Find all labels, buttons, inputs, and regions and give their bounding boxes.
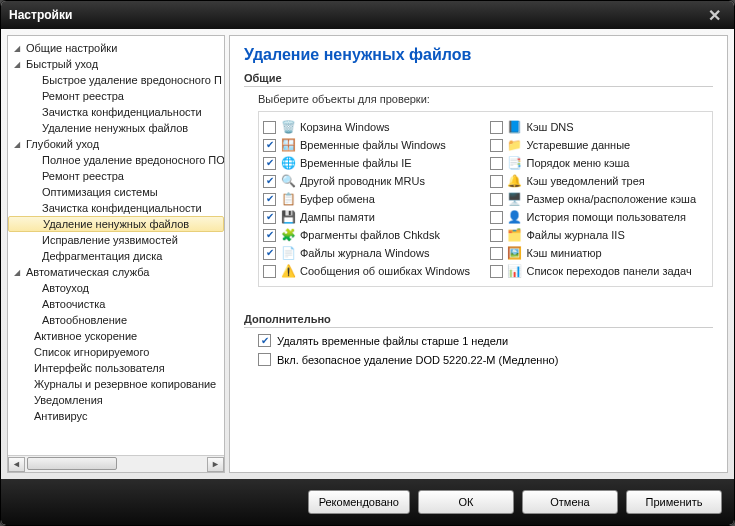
checkbox-secure-delete[interactable]	[258, 353, 271, 366]
tree-item[interactable]: Автоочистка	[8, 296, 224, 312]
checkbox[interactable]	[490, 139, 503, 152]
scroll-track[interactable]	[25, 457, 207, 472]
select-objects-hint: Выберите объекты для проверки:	[258, 93, 713, 105]
option-delete-old-temp[interactable]: Удалять временные файлы старше 1 недели	[258, 334, 713, 347]
close-button[interactable]: ✕	[702, 5, 726, 25]
footer: Рекомендовано ОК Отмена Применить	[1, 479, 734, 525]
section-general-header: Общие	[244, 72, 713, 87]
tree-item[interactable]: Активное ускорение	[8, 328, 224, 344]
checkbox[interactable]	[263, 121, 276, 134]
right-option[interactable]: 🗂️Файлы журнала IIS	[490, 226, 709, 244]
checkbox[interactable]	[490, 247, 503, 260]
tree-item-label: Оптимизация системы	[42, 186, 158, 198]
checkbox[interactable]	[263, 175, 276, 188]
tree-item[interactable]: Удаление ненужных файлов	[8, 120, 224, 136]
tree-item[interactable]: Список игнорируемого	[8, 344, 224, 360]
tree-item[interactable]: Автоуход	[8, 280, 224, 296]
right-option[interactable]: 📑Порядок меню кэша	[490, 154, 709, 172]
checkbox[interactable]	[263, 211, 276, 224]
tree-item[interactable]: Уведомления	[8, 392, 224, 408]
checkbox[interactable]	[263, 157, 276, 170]
tree-item-label: Ремонт реестра	[42, 170, 124, 182]
tree-item[interactable]: Удаление ненужных файлов	[8, 216, 224, 232]
tree-item[interactable]: Зачистка конфиденциальности	[8, 104, 224, 120]
right-option[interactable]: 📘Кэш DNS	[490, 118, 709, 136]
right-option[interactable]: 📁Устаревшие данные	[490, 136, 709, 154]
tree-item[interactable]: Быстрый уход	[8, 56, 224, 72]
checkbox[interactable]	[263, 247, 276, 260]
option-label: Дампы памяти	[300, 211, 375, 223]
checkbox[interactable]	[263, 139, 276, 152]
tree-item[interactable]: Антивирус	[8, 408, 224, 424]
option-icon: 🗂️	[507, 227, 523, 243]
option-label: Файлы журнала IIS	[527, 229, 625, 241]
checkbox[interactable]	[490, 121, 503, 134]
left-option[interactable]: 🗑️Корзина Windows	[263, 118, 482, 136]
scroll-thumb[interactable]	[27, 457, 117, 470]
right-option[interactable]: 🖥️Размер окна/расположение кэша	[490, 190, 709, 208]
apply-button[interactable]: Применить	[626, 490, 722, 514]
tree-item[interactable]: Ремонт реестра	[8, 168, 224, 184]
left-option[interactable]: 📄Файлы журнала Windows	[263, 244, 482, 262]
option-icon: 🔔	[507, 173, 523, 189]
left-option[interactable]: 🧩Фрагменты файлов Chkdsk	[263, 226, 482, 244]
right-option[interactable]: 🔔Кэш уведомлений трея	[490, 172, 709, 190]
left-option[interactable]: 💾Дампы памяти	[263, 208, 482, 226]
tree-item[interactable]: Ремонт реестра	[8, 88, 224, 104]
recommended-button[interactable]: Рекомендовано	[308, 490, 410, 514]
tree-item-label: Быстрый уход	[26, 58, 98, 70]
right-option[interactable]: 🖼️Кэш миниатюр	[490, 244, 709, 262]
horizontal-scrollbar[interactable]: ◄ ►	[8, 455, 224, 472]
checkbox[interactable]	[490, 193, 503, 206]
option-icon: 📋	[280, 191, 296, 207]
section-additional-header: Дополнительно	[244, 313, 713, 328]
tree-item[interactable]: Интерфейс пользователя	[8, 360, 224, 376]
checkbox-delete-old-temp[interactable]	[258, 334, 271, 347]
tree-item[interactable]: Глубокий уход	[8, 136, 224, 152]
right-option[interactable]: 👤История помощи пользователя	[490, 208, 709, 226]
tree-item-label: Ремонт реестра	[42, 90, 124, 102]
tree-item[interactable]: Зачистка конфиденциальности	[8, 200, 224, 216]
tree-item[interactable]: Общие настройки	[8, 40, 224, 56]
tree-item-label: Активное ускорение	[34, 330, 137, 342]
option-icon: 📘	[507, 119, 523, 135]
option-label: Кэш миниатюр	[527, 247, 602, 259]
checkbox[interactable]	[490, 157, 503, 170]
tree-item-label: Автообновление	[42, 314, 127, 326]
tree-item[interactable]: Оптимизация системы	[8, 184, 224, 200]
tree-item[interactable]: Быстрое удаление вредоносного П	[8, 72, 224, 88]
tree-item[interactable]: Автоматическая служба	[8, 264, 224, 280]
tree-item[interactable]: Полное удаление вредоносного ПО	[8, 152, 224, 168]
tree-item[interactable]: Журналы и резервное копирование	[8, 376, 224, 392]
right-option[interactable]: 📊Список переходов панели задач	[490, 262, 709, 280]
option-label: Корзина Windows	[300, 121, 390, 133]
checkbox[interactable]	[263, 193, 276, 206]
checkbox[interactable]	[490, 229, 503, 242]
left-option[interactable]: 🌐Временные файлы IE	[263, 154, 482, 172]
left-option[interactable]: ⚠️Сообщения об ошибках Windows	[263, 262, 482, 280]
left-option[interactable]: 📋Буфер обмена	[263, 190, 482, 208]
checkbox[interactable]	[263, 229, 276, 242]
tree-item[interactable]: Дефрагментация диска	[8, 248, 224, 264]
sidebar: Общие настройкиБыстрый уходБыстрое удале…	[7, 35, 225, 473]
cancel-button[interactable]: Отмена	[522, 490, 618, 514]
checkbox[interactable]	[263, 265, 276, 278]
tree-item[interactable]: Исправление уязвимостей	[8, 232, 224, 248]
ok-button[interactable]: ОК	[418, 490, 514, 514]
settings-tree: Общие настройкиБыстрый уходБыстрое удале…	[8, 36, 224, 428]
left-option[interactable]: 🪟Временные файлы Windows	[263, 136, 482, 154]
tree-item-label: Список игнорируемого	[34, 346, 149, 358]
checkbox[interactable]	[490, 265, 503, 278]
titlebar[interactable]: Настройки ✕	[1, 1, 734, 29]
label-delete-old-temp: Удалять временные файлы старше 1 недели	[277, 335, 508, 347]
close-icon: ✕	[708, 6, 721, 25]
scroll-right-button[interactable]: ►	[207, 457, 224, 472]
checkbox[interactable]	[490, 175, 503, 188]
option-label: Временные файлы Windows	[300, 139, 446, 151]
option-label: Другой проводник MRUs	[300, 175, 425, 187]
option-secure-delete[interactable]: Вкл. безопасное удаление DOD 5220.22-M (…	[258, 353, 713, 366]
checkbox[interactable]	[490, 211, 503, 224]
scroll-left-button[interactable]: ◄	[8, 457, 25, 472]
tree-item[interactable]: Автообновление	[8, 312, 224, 328]
left-option[interactable]: 🔍Другой проводник MRUs	[263, 172, 482, 190]
